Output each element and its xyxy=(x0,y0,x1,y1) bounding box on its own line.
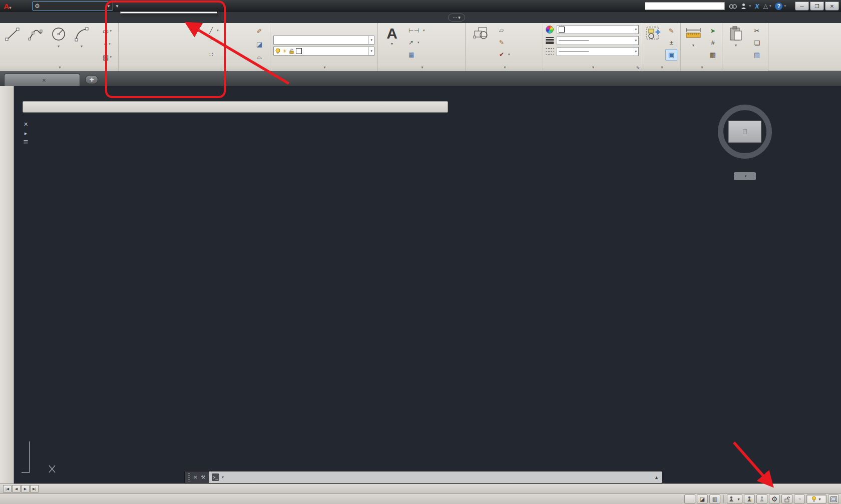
panel-label-capas[interactable]: ▼ xyxy=(270,64,377,71)
first-layout-button[interactable]: |◀ xyxy=(3,485,12,492)
isolate-objects-button[interactable]: ◔ xyxy=(794,494,805,503)
linetype-icon[interactable] xyxy=(546,48,554,55)
edit-block-button[interactable]: ✎ xyxy=(498,37,508,48)
auto-hide-icon[interactable]: ▸ xyxy=(25,130,28,139)
exchange-apps-icon[interactable]: X xyxy=(755,3,759,10)
arc-button[interactable]: ▼ xyxy=(70,25,93,63)
array-button[interactable]: ∷ xyxy=(208,49,217,60)
line-button[interactable] xyxy=(1,25,24,63)
layer-state-dropdown[interactable]: ▾ xyxy=(273,36,374,45)
lineweight-dropdown[interactable]: ▾ xyxy=(557,36,639,45)
workspace-switching-button[interactable]: ⚙ xyxy=(769,494,780,503)
ellipse-button[interactable]: ○▾ xyxy=(98,38,116,50)
panel-label-anotacion[interactable]: ▼ xyxy=(378,64,465,71)
search-button[interactable] xyxy=(729,3,737,10)
paste-special-button[interactable]: ▤ xyxy=(750,49,763,61)
clean-screen-button[interactable] xyxy=(828,494,839,503)
customize-wrench-icon[interactable]: ⚒ xyxy=(201,474,205,480)
group-button[interactable] xyxy=(643,25,664,63)
properties-menu-icon[interactable]: ☰ xyxy=(24,139,29,148)
panel-label-bloque[interactable]: ▼ xyxy=(466,64,543,71)
calculator-icon: ▦ xyxy=(710,51,716,59)
color-wheel-icon[interactable] xyxy=(546,26,554,34)
panel-label-portapapeles[interactable] xyxy=(722,64,768,71)
object-color-dropdown[interactable]: ▾ xyxy=(557,25,639,34)
minimize-button[interactable]: ─ xyxy=(795,2,809,11)
insert-block-button[interactable] xyxy=(468,25,496,63)
close-icon[interactable]: ✕ xyxy=(24,121,28,130)
search-input[interactable] xyxy=(645,2,725,10)
fillet-icon: ⌒ xyxy=(209,39,215,47)
table-button[interactable]: ▦ xyxy=(407,49,417,60)
fillet-button[interactable]: ⌒▾ xyxy=(208,37,223,48)
trim-button[interactable]: ╱▾ xyxy=(208,25,220,36)
cut-button[interactable]: ✂ xyxy=(750,25,763,37)
command-line-handle[interactable]: ✕ ⚒ xyxy=(185,471,209,483)
viewcube-face[interactable] xyxy=(728,121,761,143)
chevron-down-icon: ▼ xyxy=(57,45,61,48)
panel-label-utilidades[interactable]: ▼ xyxy=(681,64,722,71)
layer-dropdown[interactable]: ☀ ▾ xyxy=(273,47,374,56)
drawing-canvas[interactable]: ✕ ▸ ☰ ▾ ✕ ⚒ >_ ▾ ▲ xyxy=(0,86,841,483)
quick-calc-button[interactable]: # xyxy=(707,37,719,49)
linear-dimension-button[interactable]: ⊢⊣▾ xyxy=(407,25,426,36)
annotation-scale-button[interactable]: ▼ xyxy=(727,494,742,503)
model-space-button[interactable] xyxy=(684,494,695,503)
panel-utilidades: ▼ ➤ # ▦ ▼ xyxy=(681,23,722,71)
close-icon[interactable]: ✕ xyxy=(193,474,197,480)
calculator-button[interactable]: ▦ xyxy=(707,49,719,61)
workspace-switcher[interactable]: ⚙ ▼ xyxy=(32,2,113,11)
command-input[interactable]: >_ ▾ ▲ xyxy=(209,471,662,483)
rectangle-button[interactable]: ▭▾ xyxy=(98,25,116,37)
annotation-autoscale-button[interactable] xyxy=(756,494,767,503)
paste-button[interactable]: ▼ xyxy=(724,25,747,63)
circle-button[interactable]: ▼ xyxy=(47,25,70,63)
ucs-button[interactable]: ▾ xyxy=(734,172,756,180)
ungroup-button[interactable]: ✎ xyxy=(665,25,677,37)
panel-label-modificar[interactable] xyxy=(119,64,270,71)
close-button[interactable]: ✕ xyxy=(825,2,839,11)
close-icon[interactable]: ✕ xyxy=(42,78,46,83)
copy-button[interactable]: ❏ xyxy=(750,37,763,49)
linetype-dropdown[interactable]: ▾ xyxy=(557,47,639,56)
group-selection-toggle[interactable]: ▣ xyxy=(665,49,677,61)
polyline-button[interactable] xyxy=(24,25,47,63)
hatch-button[interactable]: ▨▾ xyxy=(98,51,116,63)
dialog-launcher-icon[interactable]: ⇘ xyxy=(636,65,640,70)
annotation-visibility-button[interactable] xyxy=(744,494,755,503)
application-status-menu-button[interactable]: ▼ xyxy=(806,494,826,503)
panel-label-dibujo[interactable]: ▼ xyxy=(0,64,118,71)
ellipse-icon: ○ xyxy=(104,42,108,47)
sign-in-button[interactable]: ▾ xyxy=(741,3,751,10)
offset-button[interactable]: ⌓ xyxy=(253,51,266,63)
next-layout-button[interactable]: ▶ xyxy=(21,485,30,492)
explode-button[interactable]: ◪ xyxy=(253,38,266,50)
edit-attributes-button[interactable]: ✔▾ xyxy=(498,49,512,60)
restore-button[interactable]: ❐ xyxy=(810,2,824,11)
prev-layout-button[interactable]: ◀ xyxy=(12,485,21,492)
application-menu-button[interactable]: A▾ xyxy=(0,2,15,11)
group-edit-button[interactable]: ± xyxy=(665,37,677,49)
erase-button[interactable]: ✐ xyxy=(253,25,266,37)
command-history-icon[interactable]: ▲ xyxy=(654,475,659,480)
chevron-down-icon[interactable]: ▾ xyxy=(222,475,224,479)
leader-button[interactable]: ↗▾ xyxy=(407,37,421,48)
panel-label-propiedades[interactable]: ▼⇘ xyxy=(543,64,642,71)
last-layout-button[interactable]: ▶| xyxy=(30,485,39,492)
text-button[interactable]: A ▼ xyxy=(380,25,404,63)
command-line[interactable]: ✕ ⚒ >_ ▾ ▲ xyxy=(184,471,662,483)
autodesk360-button[interactable]: △▾ xyxy=(763,3,771,10)
new-file-tab-button[interactable]: ✚ xyxy=(85,75,98,84)
ribbon-display-options-button[interactable]: ⋯▾ xyxy=(448,14,465,22)
file-tab[interactable]: ✕ xyxy=(4,74,80,86)
quick-view-layouts-button[interactable]: ◪ xyxy=(697,494,708,503)
lineweight-icon[interactable] xyxy=(546,37,554,44)
panel-label-grupos[interactable]: ▼ xyxy=(642,64,680,71)
help-button[interactable]: ?▾ xyxy=(775,3,786,10)
quick-select-button[interactable]: ➤ xyxy=(707,25,719,37)
create-block-button[interactable]: ▱ xyxy=(498,25,507,36)
qat-customize-button[interactable]: ▼ xyxy=(113,2,121,11)
measure-button[interactable]: ▼ xyxy=(682,25,705,63)
toolbar-lock-button[interactable] xyxy=(781,494,792,503)
quick-view-drawings-button[interactable]: ▥ xyxy=(709,494,720,503)
